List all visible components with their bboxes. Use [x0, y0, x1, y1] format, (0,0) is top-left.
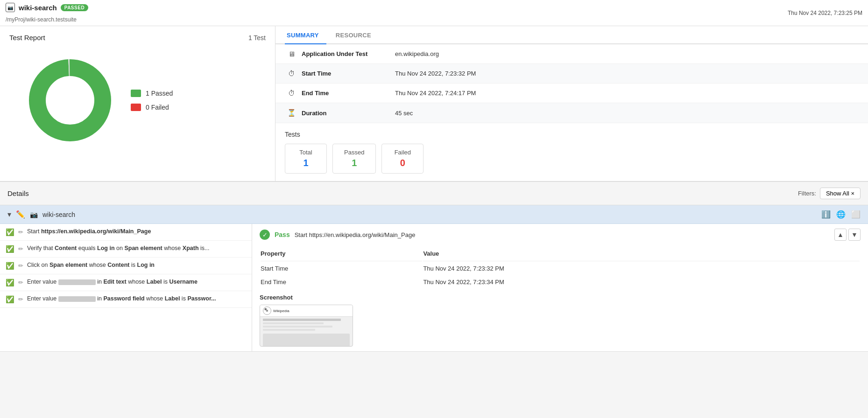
prop-value-start: Thu Nov 24 2022, 7:23:32 PM — [423, 262, 860, 275]
filters-area: Filters: Show All × — [798, 188, 861, 199]
pass-label: Pass — [275, 231, 290, 238]
collapse-icon[interactable]: ▾ — [7, 210, 11, 219]
step-item-5: ✅ ✏ Enter value in Password field whose … — [0, 291, 252, 308]
prop-value-end: Thu Nov 24 2022, 7:23:34 PM — [423, 276, 860, 288]
screenshot-label: Screenshot — [260, 294, 861, 301]
aut-label: Application Under Test — [302, 50, 395, 57]
summary-row-start: ⏱ Start Time Thu Nov 24 2022, 7:23:32 PM — [275, 64, 868, 84]
info-icon[interactable]: ℹ️ — [821, 210, 831, 219]
pass-header: ✓ Pass Start https://en.wikipedia.org/wi… — [260, 229, 861, 241]
passed-box-value: 1 — [344, 158, 364, 168]
step-pass-icon-4: ✅ — [6, 279, 14, 287]
step-edit-icon-4[interactable]: ✏ — [18, 279, 23, 286]
start-time-value: Thu Nov 24 2022, 7:23:32 PM — [395, 70, 476, 77]
legend-failed: 0 Failed — [131, 104, 173, 111]
step-pass-icon-5: ✅ — [6, 295, 14, 304]
screenshot-thumbnail: Wikipedia — [260, 305, 353, 347]
details-title: Details — [7, 189, 29, 197]
datetime-display: Thu Nov 24 2022, 7:23:25 PM — [788, 10, 862, 16]
chrome-icon[interactable]: 🌐 — [836, 210, 846, 219]
failed-color-box — [131, 104, 141, 111]
prop-name-end: End Time — [261, 276, 422, 288]
passed-label: 1 Passed — [146, 90, 173, 97]
step-edit-icon-3[interactable]: ✏ — [18, 262, 23, 269]
test-count: 1 Test — [248, 34, 266, 42]
panel-title: Test Report — [9, 34, 45, 42]
step-text-3: Click on Span element whose Content is L… — [27, 261, 155, 270]
edit-icon[interactable]: ✏️ — [16, 210, 25, 219]
legend-passed: 1 Passed — [131, 90, 173, 97]
hourglass-icon: ⏳ — [285, 109, 298, 117]
summary-content: 🖥 Application Under Test en.wikipedia.or… — [275, 44, 868, 123]
test-box-failed: Failed 0 — [381, 144, 423, 174]
failed-box-value: 0 — [393, 158, 412, 168]
camera-icon-test[interactable]: 📷 — [30, 211, 38, 218]
wiki-thumb-header: Wikipedia — [260, 305, 353, 317]
step-pass-icon-1: ✅ — [6, 228, 14, 237]
show-all-filter-button[interactable]: Show All × — [820, 188, 861, 199]
total-label: Total — [296, 149, 315, 156]
main-area: Test Report 1 Test 1 Passed 0 Fa — [0, 26, 868, 181]
donut-chart — [23, 54, 117, 147]
test-box-total: Total 1 — [285, 144, 327, 174]
test-report-panel: Test Report 1 Test 1 Passed 0 Fa — [0, 26, 275, 181]
breadcrumb: /myProj/wiki-search.testsuite — [6, 16, 77, 23]
step-item-4: ✅ ✏ Enter value in Edit text whose Label… — [0, 274, 252, 291]
prop-row-start: Start Time Thu Nov 24 2022, 7:23:32 PM — [261, 262, 860, 275]
failed-box-label: Failed — [393, 149, 412, 156]
summary-panel: SUMMARY RESOURCE 🖥 Application Under Tes… — [275, 26, 868, 181]
summary-row-end: ⏱ End Time Thu Nov 24 2022, 7:24:17 PM — [275, 84, 868, 103]
start-time-label: Start Time — [302, 70, 395, 77]
step-text-2: Verify that Content equals Log in on Spa… — [27, 244, 209, 253]
tab-summary[interactable]: SUMMARY — [285, 26, 326, 44]
detail-split: ✅ ✏ Start https://en.wikipedia.org/wiki/… — [0, 224, 868, 352]
app-title: wiki-search — [19, 4, 57, 12]
step-text-4: Enter value in Edit text whose Label is … — [27, 278, 198, 286]
step-edit-icon-5[interactable]: ✏ — [18, 296, 23, 303]
chart-area: 1 Passed 0 Failed — [9, 49, 266, 152]
step-edit-icon-1[interactable]: ✏ — [18, 229, 23, 236]
prop-row-end: End Time Thu Nov 24 2022, 7:23:34 PM — [261, 276, 860, 288]
total-value: 1 — [296, 158, 315, 168]
step-edit-icon-2[interactable]: ✏ — [18, 245, 23, 252]
prev-step-button[interactable]: ▲ — [834, 229, 847, 241]
filter-label: Filters: — [798, 190, 816, 197]
panel-header: Test Report 1 Test — [9, 34, 266, 42]
wiki-content-area — [260, 317, 353, 347]
tests-boxes: Total 1 Passed 1 Failed 0 — [285, 144, 859, 174]
prop-name-start: Start Time — [261, 262, 422, 275]
monitor-icon: 🖥 — [285, 50, 298, 58]
header-title-row: 📷 wiki-search PASSED — [6, 3, 88, 12]
test-item-icons: ℹ️ 🌐 ⬜ — [821, 210, 861, 219]
pass-circle-icon: ✓ — [260, 230, 270, 240]
tab-resource[interactable]: RESOURCE — [334, 26, 379, 44]
step-item-1: ✅ ✏ Start https://en.wikipedia.org/wiki/… — [0, 224, 252, 241]
wiki-site-label: Wikipedia — [273, 309, 289, 313]
test-item-left: ▾ ✏️ 📷 wiki-search — [7, 210, 75, 219]
header-left: 📷 wiki-search PASSED /myProj/wiki-search… — [6, 3, 88, 23]
next-step-button[interactable]: ▼ — [848, 229, 861, 241]
details-header-bar: Details Filters: Show All × — [0, 181, 868, 205]
tests-section: Tests Total 1 Passed 1 Failed 0 — [275, 123, 868, 181]
failed-label: 0 Failed — [146, 104, 169, 111]
prop-col-header: Property — [261, 248, 422, 261]
step-text-5: Enter value in Password field whose Labe… — [27, 295, 216, 303]
tab-bar: SUMMARY RESOURCE — [275, 26, 868, 44]
passed-box-label: Passed — [344, 149, 364, 156]
step-pass-icon-3: ✅ — [6, 262, 14, 270]
end-time-value: Thu Nov 24 2022, 7:24:17 PM — [395, 90, 476, 97]
status-badge: PASSED — [61, 4, 88, 11]
details-section: Details Filters: Show All × ▾ ✏️ 📷 wiki-… — [0, 181, 868, 352]
step-item-3: ✅ ✏ Click on Span element whose Content … — [0, 258, 252, 274]
steps-list: ✅ ✏ Start https://en.wikipedia.org/wiki/… — [0, 224, 252, 351]
screenshot-section: Screenshot Wikipedia — [260, 294, 861, 347]
summary-row-aut: 🖥 Application Under Test en.wikipedia.or… — [275, 44, 868, 64]
detail-right-panel: ✓ Pass Start https://en.wikipedia.org/wi… — [252, 224, 868, 351]
window-icon[interactable]: ⬜ — [851, 210, 861, 219]
svg-point-0 — [37, 68, 103, 133]
duration-label: Duration — [302, 110, 395, 117]
test-item-name: wiki-search — [42, 211, 75, 218]
clock-icon-end: ⏱ — [285, 89, 298, 97]
test-box-passed: Passed 1 — [332, 144, 376, 174]
step-navigation: ▲ ▼ — [834, 229, 861, 241]
